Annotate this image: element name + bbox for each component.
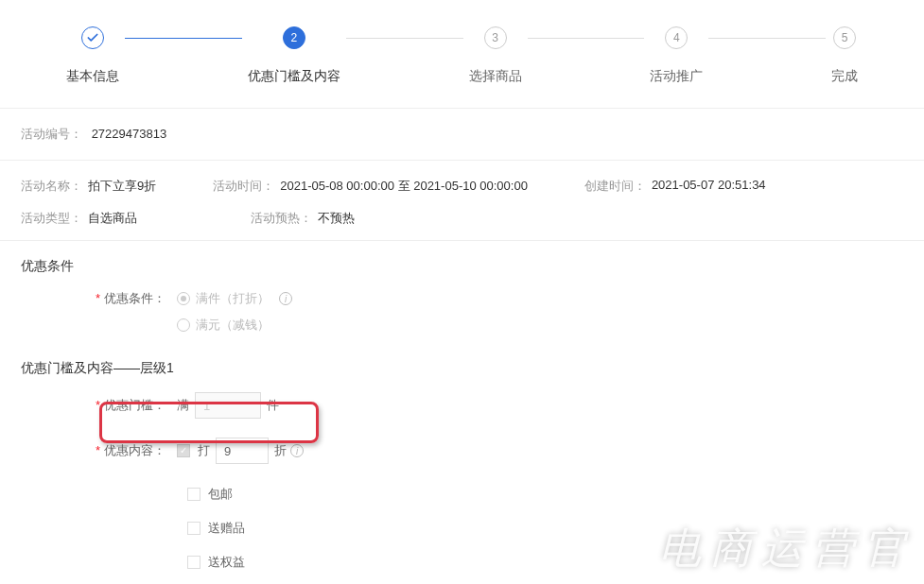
radio-count-discount[interactable] xyxy=(177,292,190,305)
threshold-row: *优惠门槛： 满 件 xyxy=(0,386,924,424)
benefit-checkbox[interactable] xyxy=(187,556,200,569)
step-3[interactable]: 3 选择商品 xyxy=(469,26,522,85)
radio-label-1: 满件（打折） xyxy=(196,290,270,307)
conditions-title: 优惠条件 xyxy=(0,241,924,284)
step-2[interactable]: 2 优惠门槛及内容 xyxy=(248,26,340,85)
radio-label-2: 满元（减钱） xyxy=(196,317,270,334)
info-icon[interactable]: i xyxy=(290,444,304,457)
conditions-row: *优惠条件： 满件（打折） i 满元（减钱） xyxy=(0,284,924,339)
preheat-value: 不预热 xyxy=(318,210,355,227)
coupon-row: 送优惠券 xyxy=(0,579,924,584)
discount-checkbox[interactable] xyxy=(177,444,190,457)
step-number: 3 xyxy=(484,26,507,49)
step-5[interactable]: 5 完成 xyxy=(831,26,858,85)
threshold-input[interactable] xyxy=(195,392,261,419)
activity-id-section: 活动编号： 27229473813 xyxy=(0,109,924,161)
step-label: 基本信息 xyxy=(66,68,119,85)
step-number: 5 xyxy=(833,26,856,49)
step-label: 完成 xyxy=(831,68,858,85)
step-connector xyxy=(125,38,242,39)
threshold-title: 优惠门槛及内容——层级1 xyxy=(0,339,924,386)
free-ship-row: 包邮 xyxy=(0,477,924,511)
step-connector xyxy=(528,38,645,39)
step-connector xyxy=(708,38,826,39)
activity-name-label: 活动名称： xyxy=(21,178,82,195)
activity-time-label: 活动时间： xyxy=(213,178,274,195)
gift-label: 送赠品 xyxy=(208,520,245,537)
content-row: *优惠内容： 打 折 i xyxy=(0,424,924,477)
discount-input[interactable] xyxy=(216,438,269,464)
create-time-label: 创建时间： xyxy=(584,178,646,195)
check-icon xyxy=(81,26,104,49)
step-number: 4 xyxy=(665,26,688,49)
benefit-row: 送权益 xyxy=(0,545,924,579)
gift-row: 送赠品 xyxy=(0,511,924,545)
radio-amount-reduce[interactable] xyxy=(177,318,190,332)
step-label: 活动推广 xyxy=(650,68,703,85)
step-label: 优惠门槛及内容 xyxy=(248,68,340,85)
unit-zhe: 折 xyxy=(274,442,287,459)
activity-id-label: 活动编号： xyxy=(21,127,82,141)
unit-jian: 件 xyxy=(267,397,279,414)
step-label: 选择商品 xyxy=(469,68,522,85)
preheat-label: 活动预热： xyxy=(251,210,312,227)
free-ship-label: 包邮 xyxy=(208,486,233,503)
step-number: 2 xyxy=(283,26,305,49)
content-label: 优惠内容： xyxy=(104,443,166,457)
free-ship-checkbox[interactable] xyxy=(187,488,200,501)
gift-checkbox[interactable] xyxy=(187,522,200,535)
step-1[interactable]: 基本信息 xyxy=(66,26,119,85)
step-connector xyxy=(346,38,463,39)
benefit-label: 送权益 xyxy=(208,554,245,571)
activity-name-value: 拍下立享9折 xyxy=(88,178,156,195)
wizard-steps: 基本信息 2 优惠门槛及内容 3 选择商品 4 活动推广 5 完成 xyxy=(0,0,924,109)
prefix-da: 打 xyxy=(198,442,210,459)
prefix-man: 满 xyxy=(177,397,189,414)
create-time-value: 2021-05-07 20:51:34 xyxy=(652,178,766,195)
activity-type-value: 自选商品 xyxy=(88,210,137,227)
activity-id-value: 27229473813 xyxy=(92,127,167,141)
activity-type-label: 活动类型： xyxy=(21,210,82,227)
conditions-label: 优惠条件： xyxy=(104,291,166,305)
step-4[interactable]: 4 活动推广 xyxy=(650,26,703,85)
info-icon[interactable]: i xyxy=(279,292,292,305)
threshold-label: 优惠门槛： xyxy=(104,398,166,412)
activity-time-value: 2021-05-08 00:00:00 至 2021-05-10 00:00:0… xyxy=(280,178,528,195)
activity-info-section: 活动名称： 拍下立享9折 活动时间： 2021-05-08 00:00:00 至… xyxy=(0,161,924,241)
